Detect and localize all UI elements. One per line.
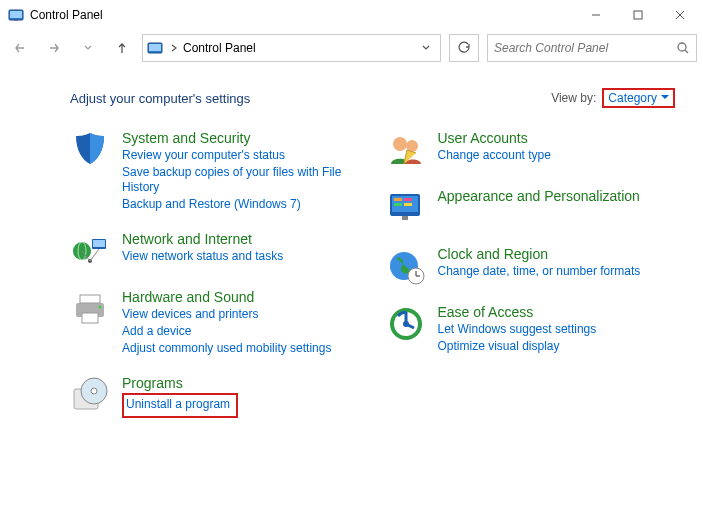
programs: Programs Uninstall a program	[70, 375, 360, 418]
nav-bar: Control Panel	[0, 30, 703, 66]
svg-point-24	[91, 388, 97, 394]
category-title[interactable]: Programs	[122, 375, 238, 391]
svg-point-25	[393, 137, 407, 151]
view-by-dropdown[interactable]: Category	[602, 88, 675, 108]
svg-rect-2	[14, 20, 18, 21]
back-button[interactable]	[6, 34, 34, 62]
control-panel-icon	[147, 40, 163, 56]
task-link[interactable]: Save backup copies of your files with Fi…	[122, 165, 360, 196]
category-title[interactable]: Network and Internet	[122, 231, 283, 247]
hardware-and-sound: Hardware and Sound View devices and prin…	[70, 289, 360, 357]
minimize-button[interactable]	[575, 1, 617, 29]
category-title[interactable]: Clock and Region	[438, 246, 641, 262]
svg-rect-33	[402, 216, 408, 220]
up-button[interactable]	[108, 34, 136, 62]
svg-rect-1	[10, 11, 22, 18]
chevron-right-icon	[169, 43, 179, 53]
recent-dropdown[interactable]	[74, 34, 102, 62]
task-link[interactable]: Backup and Restore (Windows 7)	[122, 197, 360, 213]
right-column: User Accounts Change account type Appear…	[386, 130, 676, 436]
left-column: System and Security Review your computer…	[70, 130, 360, 436]
refresh-button[interactable]	[449, 34, 479, 62]
svg-point-40	[403, 321, 409, 327]
ease-of-access-icon	[386, 304, 426, 344]
task-link[interactable]: Optimize visual display	[438, 339, 597, 355]
task-link[interactable]: Change date, time, or number formats	[438, 264, 641, 280]
search-icon	[676, 41, 690, 55]
svg-rect-20	[82, 313, 98, 323]
view-by: View by: Category	[551, 88, 675, 108]
svg-point-9	[678, 43, 686, 51]
svg-line-10	[685, 50, 688, 53]
content-area: Adjust your computer's settings View by:…	[0, 66, 703, 466]
svg-rect-29	[394, 198, 402, 201]
page-heading: Adjust your computer's settings	[70, 91, 250, 106]
category-title[interactable]: System and Security	[122, 130, 360, 146]
chevron-down-icon	[661, 94, 669, 102]
address-text: Control Panel	[183, 41, 256, 55]
view-by-value: Category	[608, 91, 657, 105]
svg-rect-8	[149, 44, 161, 51]
address-dropdown[interactable]	[416, 43, 436, 53]
category-title[interactable]: Hardware and Sound	[122, 289, 331, 305]
desktop-icon	[386, 188, 426, 228]
network-and-internet: Network and Internet View network status…	[70, 231, 360, 271]
printer-icon	[70, 289, 110, 329]
search-input[interactable]	[494, 41, 670, 55]
task-link[interactable]: Adjust commonly used mobility settings	[122, 341, 331, 357]
view-by-label: View by:	[551, 91, 596, 105]
category-title[interactable]: Ease of Access	[438, 304, 597, 320]
task-link[interactable]: Let Windows suggest settings	[438, 322, 597, 338]
system-and-security: System and Security Review your computer…	[70, 130, 360, 213]
category-title[interactable]: Appearance and Personalization	[438, 188, 640, 204]
task-link[interactable]: View devices and printers	[122, 307, 331, 323]
task-link[interactable]: Add a device	[122, 324, 331, 340]
svg-line-17	[90, 249, 99, 261]
svg-rect-31	[394, 203, 402, 206]
maximize-button[interactable]	[617, 1, 659, 29]
svg-rect-4	[634, 11, 642, 19]
window-title: Control Panel	[30, 8, 103, 22]
address-bar[interactable]: Control Panel	[142, 34, 441, 62]
svg-point-21	[99, 306, 102, 309]
clock-globe-icon	[386, 246, 426, 286]
task-link[interactable]: Change account type	[438, 148, 551, 164]
title-bar: Control Panel	[0, 0, 703, 30]
task-link[interactable]: Review your computer's status	[122, 148, 360, 164]
shield-icon	[70, 130, 110, 170]
clock-and-region: Clock and Region Change date, time, or n…	[386, 246, 676, 286]
category-title[interactable]: User Accounts	[438, 130, 551, 146]
svg-rect-14	[93, 240, 105, 247]
forward-button[interactable]	[40, 34, 68, 62]
ease-of-access: Ease of Access Let Windows suggest setti…	[386, 304, 676, 355]
user-accounts: User Accounts Change account type	[386, 130, 676, 170]
disc-icon	[70, 375, 110, 415]
task-link[interactable]: View network status and tasks	[122, 249, 283, 265]
uninstall-program-link[interactable]: Uninstall a program	[126, 397, 230, 413]
network-icon	[70, 231, 110, 271]
close-button[interactable]	[659, 1, 701, 29]
svg-rect-30	[404, 198, 412, 201]
users-icon	[386, 130, 426, 170]
search-box[interactable]	[487, 34, 697, 62]
svg-rect-32	[404, 203, 412, 206]
svg-rect-19	[80, 295, 100, 303]
appearance-and-personalization: Appearance and Personalization	[386, 188, 676, 228]
control-panel-icon	[8, 7, 24, 23]
